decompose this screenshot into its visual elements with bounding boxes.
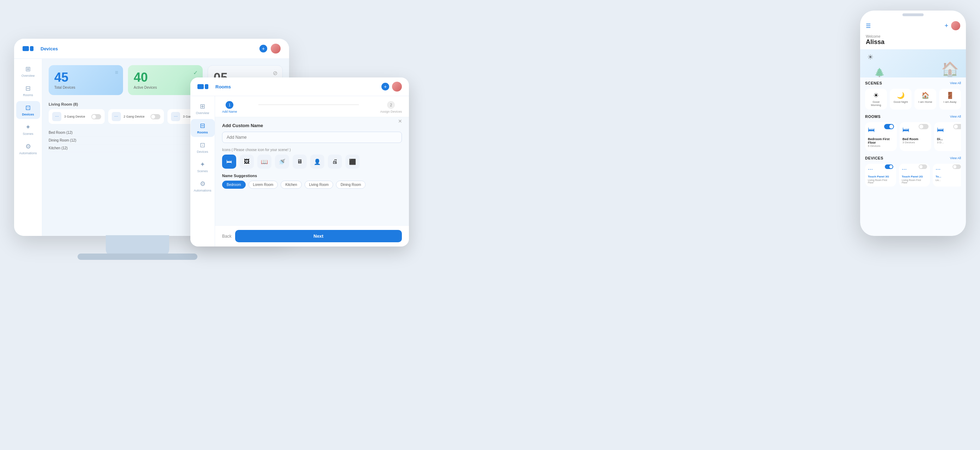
devices-section-header: DEVICES View All [865, 156, 961, 160]
tablet-sidebar-automations[interactable]: ⚙ Automations [191, 177, 215, 195]
tablet-rooms-icon: ⊟ [200, 122, 205, 130]
tablet-sidebar-rooms[interactable]: ⊟ Rooms [191, 119, 215, 137]
tablet-logo-block-1 [197, 84, 204, 89]
room-card-bedroom[interactable]: 🛏 Bed Room 3 Devices [900, 122, 931, 151]
room-card-bedroom-first[interactable]: 🛏 Bedroom First Floor 6 Devices [865, 122, 897, 151]
icon-shower[interactable]: 🚿 [275, 155, 289, 169]
bedroom-toggle[interactable] [919, 124, 929, 129]
suggestion-lorem[interactable]: Lorem Room [248, 181, 278, 189]
user-avatar[interactable] [271, 44, 281, 54]
welcome-sub: Welcome [866, 35, 960, 38]
device-toggle-1[interactable] [91, 114, 101, 119]
device-card-2: ⋯ 2 Gang Device [108, 109, 164, 124]
sidebar-item-automations[interactable]: ⚙ Automations [16, 140, 40, 158]
bedroom-first-toggle[interactable] [884, 124, 894, 129]
rooms-section-header: ROOMS View All [865, 114, 961, 119]
devices-view-all[interactable]: View All [950, 156, 961, 160]
device-phone-toggle-1[interactable] [885, 165, 893, 169]
device-phone-toggle-3[interactable] [953, 165, 961, 169]
dining-count: 3 D... [937, 141, 961, 144]
room-name-input[interactable] [222, 132, 402, 143]
scene-i-am-away[interactable]: 🚪 I am Away [939, 89, 961, 109]
notch-pill [902, 13, 924, 16]
suggestion-bedroom[interactable]: Bedroom [222, 181, 246, 189]
tablet-label-scenes: Scenes [197, 170, 208, 173]
scene-iam-home-label: I am Home [918, 100, 932, 103]
device-phone-name-2: Touch Panel 2G [902, 175, 927, 178]
phone-user-avatar[interactable] [951, 21, 960, 30]
icon-monitor[interactable]: 🖥 [293, 155, 307, 169]
device-toggle-2[interactable] [151, 114, 161, 119]
scene-good-night-label: Good Night [894, 100, 908, 103]
device-phone-3[interactable]: ⋯ To... Liv... [933, 164, 961, 187]
device-phone-toggle-2[interactable] [919, 165, 927, 169]
devices-icon: ⊡ [25, 104, 31, 112]
tablet-window: Rooms + ⊞ Overview ⊟ Rooms ⊡ Devices [190, 78, 409, 247]
device-card-1: ⋯ 3 Gang Device [49, 109, 105, 124]
device-phone-1[interactable]: ⋯ Touch Panel 3G Living Room First Floor [865, 164, 896, 187]
icon-bed[interactable]: 🛏 [222, 155, 236, 169]
devices-scroll: ⋯ Touch Panel 3G Living Room First Floor… [865, 164, 961, 187]
phone-add-button[interactable]: + [944, 22, 948, 30]
tablet-body: ⊞ Overview ⊟ Rooms ⊡ Devices ✦ Scenes ⚙ [190, 96, 409, 247]
scene-iam-away-label: I am Away [944, 100, 957, 103]
sun-icon: ☀ [867, 53, 873, 61]
scenes-section-header: SCENES View All [865, 81, 961, 85]
rooms-view-all[interactable]: View All [950, 115, 961, 118]
tablet-overview-icon: ⊞ [200, 103, 205, 110]
phone-banner: ☀ 🌲 🏠 [860, 49, 966, 78]
sidebar-label-overview: Overview [22, 74, 35, 78]
overview-icon: ⊞ [25, 65, 31, 73]
automations-icon: ⚙ [25, 143, 31, 151]
close-button[interactable]: ✕ [396, 117, 404, 125]
tablet-user-avatar[interactable] [392, 82, 402, 92]
icon-square[interactable]: ⬛ [345, 155, 360, 169]
bedroom-name: Bed Room [902, 137, 929, 141]
scene-good-night[interactable]: 🌙 Good Night [890, 89, 912, 109]
modal-title: Add Custom Name [222, 123, 402, 128]
bedroom-count: 3 Devices [902, 141, 929, 144]
icon-frame[interactable]: 🖼 [240, 155, 254, 169]
sidebar-item-devices[interactable]: ⊡ Devices [16, 101, 40, 119]
icon-book[interactable]: 📖 [257, 155, 271, 169]
add-button[interactable]: + [259, 45, 267, 52]
tablet-actions: + [382, 82, 402, 92]
modal-footer: Back Next [215, 225, 409, 247]
tablet-add-button[interactable]: + [382, 83, 389, 90]
suggestion-kitchen[interactable]: Kitchen [281, 181, 301, 189]
scene-i-am-home[interactable]: 🏠 I am Home [915, 89, 936, 109]
tablet-page-title: Rooms [215, 84, 382, 89]
scenes-heading: SCENES [865, 81, 950, 85]
device-phone-2[interactable]: ⋯ Touch Panel 2G Living Room First Floor [899, 164, 930, 187]
tablet-label-automations: Automations [194, 189, 211, 192]
icons-row: 🛏 🖼 📖 🚿 🖥 👤 🖨 ⬛ [222, 155, 402, 169]
suggestion-dining[interactable]: Dining Room [336, 181, 366, 189]
hamburger-icon[interactable]: ☰ [866, 22, 944, 29]
step-1-circle: 1 [226, 101, 233, 109]
bed-icon: 🛏 [902, 126, 910, 134]
sidebar-item-rooms[interactable]: ⊟ Rooms [16, 82, 40, 100]
device-icon-1: ⋯ [52, 112, 61, 121]
sidebar-item-scenes[interactable]: ✦ Scenes [16, 120, 40, 138]
tablet-sidebar-devices[interactable]: ⊡ Devices [191, 138, 215, 156]
step-1: 1 Add Name [222, 101, 237, 113]
suggestions-label: Name Suggestions [222, 174, 402, 178]
scenes-view-all[interactable]: View All [950, 81, 961, 85]
icon-printer[interactable]: 🖨 [328, 155, 342, 169]
dining-icon: 🛏 [937, 126, 944, 134]
scene-good-morning[interactable]: ☀ Good Morning [865, 89, 887, 109]
room-card-dining[interactable]: 🛏 Di... 3 D... [934, 122, 961, 151]
suggestion-living[interactable]: Living Room [305, 181, 334, 189]
step-line [258, 105, 359, 105]
suggestions-row: Bedroom Lorem Room Kitchen Living Room D… [222, 181, 402, 189]
modal-content: Add Custom Name Icons ( Please choose ic… [215, 117, 409, 199]
tree-icon: 🌲 [874, 68, 885, 78]
sidebar-item-overview[interactable]: ⊞ Overview [16, 62, 40, 80]
icon-person[interactable]: 👤 [310, 155, 324, 169]
dining-toggle[interactable] [953, 124, 961, 129]
next-button[interactable]: Next [235, 230, 402, 242]
tablet-sidebar-overview[interactable]: ⊞ Overview [191, 100, 215, 117]
back-button[interactable]: Back [222, 234, 232, 239]
panel-icon-2: ⋯ [902, 166, 907, 172]
tablet-sidebar-scenes[interactable]: ✦ Scenes [191, 158, 215, 176]
